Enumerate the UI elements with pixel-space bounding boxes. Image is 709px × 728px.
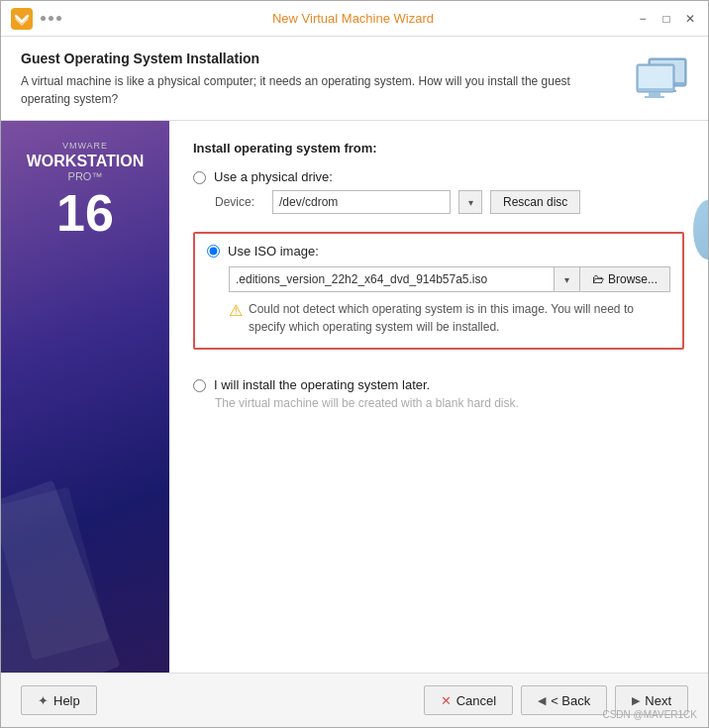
version-label: 16 <box>27 187 145 239</box>
physical-drive-option: Use a physical drive: Device: ▾ Rescan d… <box>193 169 684 214</box>
browse-button[interactable]: 🗁 Browse... <box>580 266 670 292</box>
cancel-icon: ✕ <box>441 693 452 708</box>
device-dropdown-button[interactable]: ▾ <box>458 190 482 214</box>
device-row: Device: ▾ Rescan disc <box>215 190 684 214</box>
sidebar-logo: VMWARE WORKSTATION PRO™ 16 <box>27 141 145 239</box>
sidebar: VMWARE WORKSTATION PRO™ 16 <box>1 121 169 673</box>
later-description: The virtual machine will be created with… <box>215 396 684 410</box>
brand-label: VMWARE <box>27 141 145 151</box>
product-line2: PRO™ <box>27 170 145 182</box>
computer-stack-icon <box>635 54 688 100</box>
back-button[interactable]: ◀ < Back <box>521 685 607 715</box>
folder-icon: 🗁 <box>592 272 604 286</box>
header-icon <box>635 54 688 103</box>
iso-image-section: Use ISO image: ▾ 🗁 Browse... ⚠ Could not… <box>193 232 684 350</box>
product-line1: WORKSTATION <box>27 153 145 170</box>
cancel-button[interactable]: ✕ Cancel <box>424 685 513 715</box>
minimize-button[interactable]: − <box>635 11 651 27</box>
vmware-logo-icon <box>11 8 33 30</box>
help-button[interactable]: ✦ Help <box>21 685 97 715</box>
section-title: Install operating system from: <box>193 141 684 156</box>
main-window: New Virtual Machine Wizard − □ ✕ Guest O… <box>0 0 709 728</box>
physical-drive-radio[interactable] <box>193 171 206 184</box>
iso-file-row: ▾ 🗁 Browse... <box>229 266 670 292</box>
svg-rect-8 <box>645 96 664 98</box>
menu-dots[interactable] <box>41 16 61 21</box>
iso-dropdown-button[interactable]: ▾ <box>555 266 580 292</box>
iso-path-input[interactable] <box>229 266 555 292</box>
maximize-button[interactable]: □ <box>658 11 674 27</box>
cancel-label: Cancel <box>456 693 496 708</box>
physical-drive-label[interactable]: Use a physical drive: <box>214 169 333 184</box>
warning-text: Could not detect which operating system … <box>249 300 670 336</box>
help-icon: ✦ <box>38 693 49 708</box>
later-option: I will install the operating system late… <box>193 377 684 410</box>
iso-image-radio[interactable] <box>207 245 220 258</box>
watermark: CSDN @MAVER1CK <box>602 709 697 720</box>
header-section: Guest Operating System Installation A vi… <box>1 37 708 121</box>
close-button[interactable]: ✕ <box>682 11 698 27</box>
warning-row: ⚠ Could not detect which operating syste… <box>229 300 670 336</box>
later-option-row: I will install the operating system late… <box>193 377 684 392</box>
window-controls: − □ ✕ <box>635 11 698 27</box>
sidebar-decoration <box>1 249 169 673</box>
back-label: < Back <box>551 693 590 708</box>
main-content: Install operating system from: Use a phy… <box>169 121 708 673</box>
footer-left: ✦ Help <box>21 685 424 715</box>
page-title: Guest Operating System Installation <box>21 51 575 66</box>
page-description: A virtual machine is like a physical com… <box>21 72 575 108</box>
next-icon: ▶ <box>632 694 640 707</box>
svg-rect-0 <box>11 8 33 30</box>
install-later-label[interactable]: I will install the operating system late… <box>214 377 430 392</box>
install-later-text: I will install the operating system late… <box>214 377 430 392</box>
help-label: Help <box>53 693 80 708</box>
iso-option-row: Use ISO image: <box>207 244 670 259</box>
device-label: Device: <box>215 195 264 209</box>
content-area: VMWARE WORKSTATION PRO™ 16 Install opera… <box>1 121 708 673</box>
iso-image-label[interactable]: Use ISO image: <box>228 244 319 259</box>
back-icon: ◀ <box>538 694 546 707</box>
title-bar: New Virtual Machine Wizard − □ ✕ <box>1 1 708 37</box>
header-text: Guest Operating System Installation A vi… <box>21 51 575 108</box>
install-later-radio[interactable] <box>193 379 206 392</box>
rescan-button[interactable]: Rescan disc <box>490 190 580 214</box>
device-input[interactable] <box>272 190 451 214</box>
next-label: Next <box>645 693 671 708</box>
right-decoration <box>693 200 708 260</box>
browse-label: Browse... <box>608 272 658 286</box>
option-group: Use a physical drive: Device: ▾ Rescan d… <box>193 169 684 410</box>
svg-rect-7 <box>649 92 660 96</box>
window-title: New Virtual Machine Wizard <box>71 11 635 26</box>
physical-drive-row: Use a physical drive: <box>193 169 684 184</box>
svg-rect-6 <box>639 66 672 88</box>
warning-icon: ⚠ <box>229 301 243 320</box>
